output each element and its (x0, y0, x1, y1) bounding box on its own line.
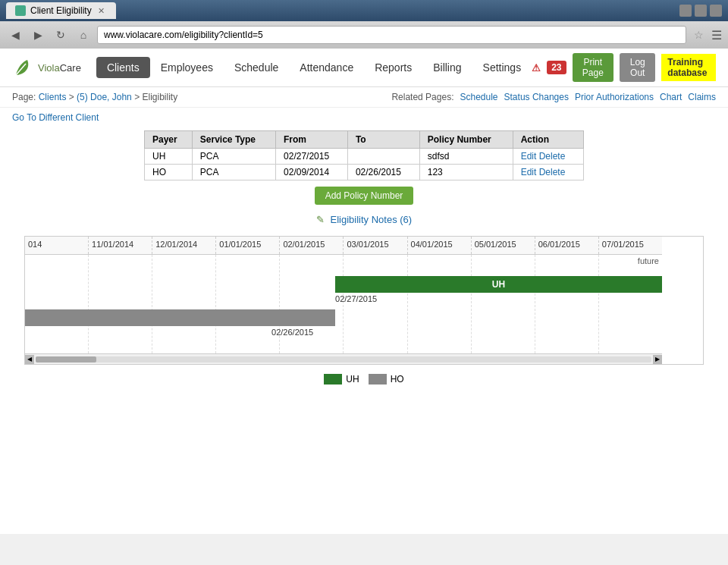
page-label: Page: (12, 92, 36, 102)
uh-start-date-label: 02/27/2015 (335, 294, 377, 303)
legend-uh-label: UH (346, 374, 359, 385)
timeline-col-6: 04/01/2015 (408, 237, 472, 254)
close-btn[interactable] (710, 5, 722, 17)
pencil-icon: ✎ (316, 214, 325, 225)
legend-ho-color (369, 374, 387, 385)
nav-reports[interactable]: Reports (364, 57, 422, 78)
breadcrumb-sep2: > (134, 92, 142, 102)
future-label: future (638, 256, 659, 265)
action-bar: Go To Different Client (0, 108, 728, 130)
nav-clients[interactable]: Clients (96, 57, 150, 78)
timeline-col-4: 02/01/2015 (280, 237, 344, 254)
row1-service-type: PCA (192, 149, 275, 165)
bookmark-icon[interactable]: ☆ (694, 29, 704, 41)
col-to: To (347, 131, 419, 149)
uh-bar-label: UH (492, 279, 505, 290)
timeline-col-9: 07/01/2015 (599, 237, 662, 254)
timeline-col-7: 05/01/2015 (472, 237, 535, 254)
go-different-client-link[interactable]: Go To Different Client (12, 112, 99, 123)
row2-delete-link[interactable]: Delete (539, 167, 566, 177)
timeline-body: future UH 02/27/2015 02/26/2015 (25, 255, 662, 353)
ho-end-date-label: 02/26/2015 (271, 328, 313, 337)
related-label: Related Pages: (391, 92, 453, 102)
legend-ho-label: HO (391, 374, 404, 385)
scroll-right-arrow[interactable]: ▶ (653, 355, 662, 364)
legend: UH HO (12, 374, 716, 385)
tab-close-btn[interactable]: ✕ (96, 5, 107, 16)
related-chart-link[interactable]: Chart (660, 92, 682, 102)
timeline-scroll[interactable]: 014 11/01/2014 12/01/2014 01/01/2015 02/… (25, 237, 703, 364)
home-button[interactable]: ⌂ (74, 26, 93, 44)
grid-col-1 (89, 255, 152, 353)
related-claims-link[interactable]: Claims (688, 92, 716, 102)
col-policy-number: Policy Number (419, 131, 513, 149)
alert-icon: ⚠ (532, 62, 541, 74)
breadcrumb-clients-link[interactable]: Clients (39, 92, 67, 102)
row1-edit-link[interactable]: Edit (521, 151, 537, 162)
app-header: ViolaCare Clients Employees Schedule Att… (0, 49, 728, 87)
row2-edit-link[interactable]: Edit (521, 167, 537, 177)
related-schedule-link[interactable]: Schedule (460, 92, 497, 102)
logo-leaf-icon (12, 56, 35, 79)
back-button[interactable]: ◀ (6, 26, 24, 44)
breadcrumb-client-link[interactable]: (5) Doe, John (77, 92, 132, 102)
row1-delete-link[interactable]: Delete (539, 151, 566, 162)
logo: ViolaCare (12, 56, 81, 79)
row2-to: 02/26/2015 (347, 165, 419, 180)
grid-col-5 (344, 255, 407, 353)
main-content: Payer Service Type From To Policy Number… (0, 130, 728, 400)
nav-settings[interactable]: Settings (472, 57, 532, 78)
related-prior-auth-link[interactable]: Prior Authorizations (575, 92, 654, 102)
scroll-left-arrow[interactable]: ◀ (25, 355, 34, 364)
row1-policy-number: sdfsd (419, 149, 513, 165)
legend-uh: UH (324, 374, 359, 385)
forward-button[interactable]: ▶ (29, 26, 47, 44)
col-payer: Payer (145, 131, 193, 149)
row1-payer: UH (145, 149, 193, 165)
timeline-scrollbar[interactable]: ◀ ▶ (25, 353, 662, 364)
row1-action: Edit Delete (513, 149, 583, 165)
window-controls (679, 5, 722, 17)
row1-to (347, 149, 419, 165)
nav-billing[interactable]: Billing (422, 57, 472, 78)
grid-col-8 (535, 255, 599, 353)
add-policy-button[interactable]: Add Policy Number (315, 187, 414, 205)
browser-menu-icon[interactable]: ☰ (711, 28, 722, 42)
main-nav: Clients Employees Schedule Attendance Re… (96, 57, 532, 78)
legend-uh-color (324, 374, 342, 385)
timeline-col-0: 014 (25, 237, 89, 254)
print-page-button[interactable]: Print Page (573, 53, 614, 82)
logo-viola-text: Viola (38, 62, 60, 74)
browser-tab[interactable]: Client Eligibility ✕ (6, 2, 116, 19)
row2-service-type: PCA (192, 165, 275, 180)
scrollbar-track[interactable] (36, 356, 651, 363)
reload-button[interactable]: ↻ (52, 26, 70, 44)
legend-ho: HO (369, 374, 404, 385)
logout-button[interactable]: Log Out (620, 53, 655, 82)
row2-from: 02/09/2014 (276, 165, 348, 180)
eligibility-notes: ✎ Eligibility Notes (6) (12, 214, 716, 225)
row2-action: Edit Delete (513, 165, 583, 180)
breadcrumb: Page: Clients > (5) Doe, John > Eligibil… (12, 92, 177, 102)
maximize-btn[interactable] (695, 5, 707, 17)
table-row: UH PCA 02/27/2015 sdfsd Edit Delete (145, 149, 584, 165)
nav-schedule[interactable]: Schedule (224, 57, 289, 78)
nav-attendance[interactable]: Attendance (289, 57, 364, 78)
col-service-type: Service Type (192, 131, 275, 149)
policy-table: Payer Service Type From To Policy Number… (144, 130, 584, 180)
related-status-changes-link[interactable]: Status Changes (504, 92, 569, 102)
grid-col-7 (472, 255, 535, 353)
timeline-inner: 014 11/01/2014 12/01/2014 01/01/2015 02/… (25, 237, 662, 364)
scrollbar-thumb[interactable] (36, 356, 96, 363)
address-bar[interactable] (97, 26, 686, 44)
eligibility-notes-link[interactable]: Eligibility Notes (6) (330, 214, 412, 225)
browser-titlebar: Client Eligibility ✕ (0, 0, 728, 21)
nav-employees[interactable]: Employees (150, 57, 224, 78)
minimize-btn[interactable] (679, 5, 692, 17)
header-right: ⚠ 23 Print Page Log Out Training databas… (532, 53, 716, 82)
alert-count: 23 (547, 61, 566, 74)
grid-col-2 (152, 255, 216, 353)
col-action: Action (513, 131, 583, 149)
uh-bar: UH (335, 276, 662, 293)
related-pages: Related Pages: Schedule Status Changes P… (391, 92, 716, 102)
